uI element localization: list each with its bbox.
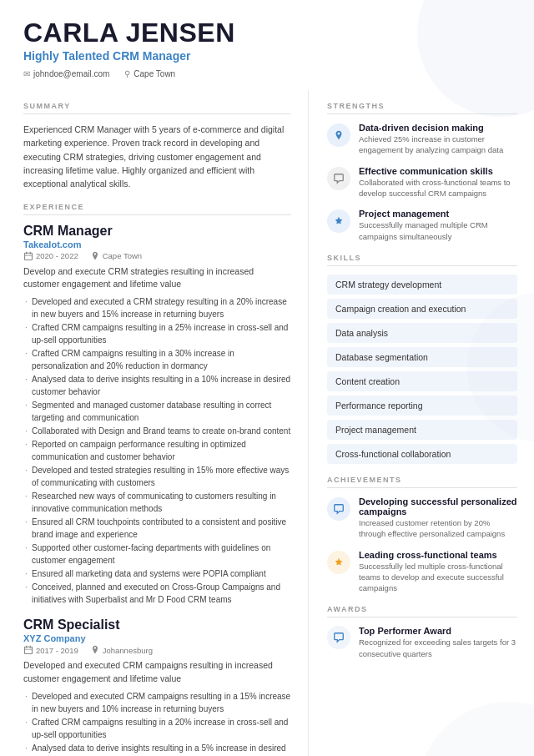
exp-meta-1: 2020 - 2022 Cape Town bbox=[23, 251, 291, 261]
exp-bullet: Ensured all CRM touchpoints contributed … bbox=[23, 516, 291, 541]
exp-bullet: Reported on campaign performance resulti… bbox=[23, 438, 291, 463]
skill-item-5: Content creation bbox=[327, 371, 517, 391]
exp-bullet: Analysed data to derive insights resulti… bbox=[23, 373, 291, 398]
exp-bullet: Crafted CRM campaigns resulting in a 30%… bbox=[23, 347, 291, 372]
communication-icon bbox=[327, 167, 350, 190]
skills-label: SKILLS bbox=[327, 254, 517, 266]
exp-title-1: CRM Manager bbox=[23, 224, 291, 239]
exp-bullet: Researched new ways of communicating to … bbox=[23, 490, 291, 515]
exp-meta-2: 2017 - 2019 Johannesburg bbox=[23, 645, 291, 655]
skill-item-7: Project management bbox=[327, 420, 517, 440]
award-item-1: Top Performer Award Recognized for excee… bbox=[327, 626, 517, 659]
svg-rect-4 bbox=[25, 647, 33, 653]
achievement-text-2: Leading cross-functional teams Successfu… bbox=[359, 550, 517, 594]
exp-bullet: Developed and tested strategies resultin… bbox=[23, 464, 291, 489]
location-icon: ⚲ bbox=[124, 69, 130, 78]
email-icon: ✉ bbox=[23, 69, 30, 78]
exp-bullet: Developed and executed CRM campaigns res… bbox=[23, 690, 291, 715]
strength-item-1: Data-driven decision making Achieved 25%… bbox=[327, 123, 517, 156]
experience-label: EXPERIENCE bbox=[23, 203, 291, 215]
location-contact: ⚲ Cape Town bbox=[124, 69, 175, 78]
skill-item-2: Campaign creation and execution bbox=[327, 299, 517, 319]
experience-item-2: CRM Specialist XYZ Company 2017 - 2019 J… bbox=[23, 617, 291, 756]
header-contact: ✉ johndoe@email.com ⚲ Cape Town bbox=[23, 69, 511, 78]
header: CARLA JENSEN Highly Talented CRM Manager… bbox=[0, 0, 534, 90]
skill-item-4: Database segmentation bbox=[327, 347, 517, 367]
achievement-item-2: Leading cross-functional teams Successfu… bbox=[327, 550, 517, 594]
strength-text-1: Data-driven decision making Achieved 25%… bbox=[359, 123, 517, 156]
exp-bullet: Collaborated with Design and Brand teams… bbox=[23, 425, 291, 437]
achievements-label: ACHIEVEMENTS bbox=[327, 476, 517, 488]
exp-company-1: Takealot.com bbox=[23, 239, 291, 249]
left-column: SUMMARY Experienced CRM Manager with 5 y… bbox=[0, 90, 309, 756]
skill-item-8: Cross-functional collaboration bbox=[327, 444, 517, 464]
candidate-name: CARLA JENSEN bbox=[23, 18, 511, 48]
summary-label: SUMMARY bbox=[23, 102, 291, 114]
exp-location-1: Cape Town bbox=[90, 251, 142, 261]
data-driven-icon bbox=[327, 123, 350, 147]
experience-item-1: CRM Manager Takealot.com 2020 - 2022 Cap… bbox=[23, 224, 291, 607]
project-mgmt-icon bbox=[327, 209, 350, 233]
resume-page: CARLA JENSEN Highly Talented CRM Manager… bbox=[0, 0, 534, 756]
right-column: STRENGTHS Data-driven decision making Ac… bbox=[309, 90, 534, 756]
strength-item-2: Effective communication skills Collabora… bbox=[327, 166, 517, 199]
svg-rect-0 bbox=[25, 253, 33, 260]
exp-bullet: Crafted CRM campaigns resulting in a 20%… bbox=[23, 716, 291, 741]
exp-intro-2: Developed and executed CRM campaigns res… bbox=[23, 659, 291, 686]
exp-location-2: Johannesburg bbox=[90, 645, 153, 655]
exp-intro-1: Develop and execute CRM strategies resul… bbox=[23, 265, 291, 292]
exp-bullet: Crafted CRM campaigns resulting in a 25%… bbox=[23, 321, 291, 346]
exp-bullet: Ensured all marketing data and systems w… bbox=[23, 567, 291, 580]
exp-bullets-1: Developed and executed a CRM strategy re… bbox=[23, 295, 291, 606]
exp-bullet: Conceived, planned and executed on Cross… bbox=[23, 581, 291, 606]
strength-text-3: Project management Successfully managed … bbox=[359, 209, 517, 242]
achievement-item-1: Developing successful personalized campa… bbox=[327, 496, 517, 540]
skill-item-1: CRM strategy development bbox=[327, 275, 517, 295]
strengths-label: STRENGTHS bbox=[327, 102, 517, 114]
exp-period-1: 2020 - 2022 bbox=[23, 251, 78, 261]
strength-text-2: Effective communication skills Collabora… bbox=[359, 166, 517, 199]
skill-item-6: Performance reporting bbox=[327, 396, 517, 416]
exp-bullet: Analysed data to derive insights resulti… bbox=[23, 742, 291, 756]
achievement-icon-1 bbox=[327, 497, 350, 521]
strength-item-3: Project management Successfully managed … bbox=[327, 209, 517, 242]
achievement-text-1: Developing successful personalized campa… bbox=[359, 496, 517, 540]
candidate-title: Highly Talented CRM Manager bbox=[23, 49, 511, 63]
exp-bullet: Developed and executed a CRM strategy re… bbox=[23, 295, 291, 320]
main-content: SUMMARY Experienced CRM Manager with 5 y… bbox=[0, 90, 534, 756]
exp-bullet: Segmented and managed customer database … bbox=[23, 399, 291, 424]
exp-bullets-2: Developed and executed CRM campaigns res… bbox=[23, 690, 291, 756]
exp-period-2: 2017 - 2019 bbox=[23, 645, 78, 655]
summary-text: Experienced CRM Manager with 5 years of … bbox=[23, 123, 291, 190]
award-text-1: Top Performer Award Recognized for excee… bbox=[359, 626, 517, 659]
exp-bullet: Supported other customer-facing departme… bbox=[23, 542, 291, 567]
achievement-icon-2 bbox=[327, 551, 350, 574]
email-contact: ✉ johndoe@email.com bbox=[23, 69, 109, 78]
exp-title-2: CRM Specialist bbox=[23, 617, 291, 633]
awards-label: AWARDS bbox=[327, 605, 517, 617]
exp-company-2: XYZ Company bbox=[23, 633, 291, 643]
award-icon-1 bbox=[327, 626, 350, 649]
skill-item-3: Data analysis bbox=[327, 323, 517, 343]
